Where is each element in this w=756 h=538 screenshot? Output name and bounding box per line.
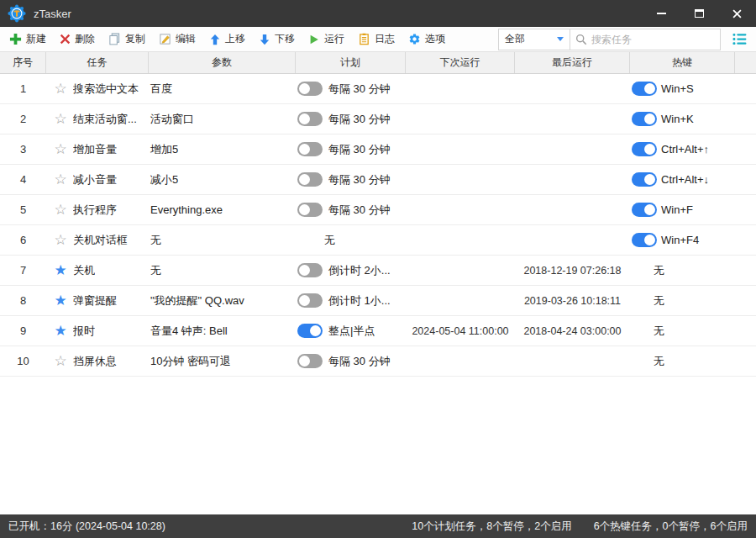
param-cell: "我的提醒" QQ.wav — [149, 286, 296, 315]
table-row[interactable]: 9 ★ 报时 音量4 钟声: Bell 整点|半点 2024-05-04 11:… — [0, 316, 756, 346]
delete-task-button[interactable]: 删除 — [53, 27, 102, 51]
table-row[interactable]: 6 ☆ 关机对话框 无 无 Win+F4 — [0, 225, 756, 256]
schedule-toggle[interactable] — [297, 203, 323, 217]
schedule-cell: 每隔 30 分钟 — [296, 134, 406, 164]
hotkey-toggle[interactable] — [632, 233, 657, 247]
star-icon[interactable]: ☆ — [53, 112, 68, 126]
delete-x-icon — [60, 34, 71, 45]
task-cell: ☆ 增加音量 — [46, 134, 149, 164]
hotkey-label: 无 — [654, 263, 664, 278]
schedule-label: 每隔 30 分钟 — [328, 142, 391, 157]
schedule-toggle[interactable] — [297, 354, 323, 368]
new-task-button[interactable]: 新建 — [3, 27, 53, 51]
star-icon[interactable]: ☆ — [53, 354, 68, 368]
star-icon[interactable]: ☆ — [53, 203, 68, 217]
hotkey-label: 无 — [654, 293, 664, 309]
table-row[interactable]: 3 ☆ 增加音量 增加5 每隔 30 分钟 Ctrl+Alt+↑ — [0, 134, 756, 165]
search-icon — [575, 34, 587, 45]
param-cell: 音量4 钟声: Bell — [149, 316, 296, 345]
filter-dropdown[interactable]: 全部 — [499, 29, 570, 50]
schedule-toggle[interactable] — [297, 172, 323, 187]
schedule-toggle[interactable] — [297, 82, 323, 96]
hotkey-cell: 无 — [630, 346, 735, 376]
hotkey-toggle[interactable] — [632, 142, 657, 156]
table-row[interactable]: 4 ☆ 减小音量 减小5 每隔 30 分钟 Ctrl+Alt+↓ — [0, 165, 756, 195]
star-icon[interactable]: ☆ — [53, 82, 68, 96]
next-run-cell — [406, 346, 515, 376]
chevron-down-icon — [557, 37, 564, 41]
move-up-button[interactable]: 上移 — [202, 27, 252, 51]
ztasker-window: zTasker 新建 删除 复制 — [0, 0, 756, 538]
table-row[interactable]: 1 ☆ 搜索选中文本 百度 每隔 30 分钟 Win+S — [0, 74, 756, 104]
col-header-task[interactable]: 任务 — [46, 52, 149, 73]
close-button[interactable] — [718, 0, 756, 27]
log-button[interactable]: 日志 — [351, 27, 402, 51]
maximize-button[interactable] — [680, 0, 718, 27]
schedule-label: 每隔 30 分钟 — [328, 172, 391, 187]
run-task-button[interactable]: 运行 — [302, 27, 351, 51]
schedule-toggle[interactable] — [297, 142, 323, 156]
col-header-hotkey[interactable]: 热键 — [630, 52, 735, 73]
schedule-toggle[interactable] — [297, 293, 323, 308]
move-down-button[interactable]: 下移 — [252, 27, 302, 51]
schedule-toggle[interactable] — [297, 112, 323, 126]
schedule-cell: 倒计时 1小... — [296, 286, 406, 315]
last-run-cell — [515, 195, 630, 224]
row-number: 9 — [0, 316, 46, 345]
arrow-down-icon — [259, 34, 270, 45]
plus-icon — [9, 33, 22, 45]
schedule-cell: 每隔 30 分钟 — [296, 165, 406, 194]
window-controls — [643, 0, 756, 27]
schedule-toggle[interactable] — [297, 324, 323, 338]
col-header-schedule[interactable]: 计划 — [296, 52, 406, 73]
next-run-cell — [406, 225, 515, 255]
last-run-cell: 2019-03-26 10:18:11 — [515, 286, 630, 315]
task-cell: ★ 弹窗提醒 — [46, 286, 149, 315]
task-cell: ☆ 执行程序 — [46, 195, 149, 224]
options-button[interactable]: 选项 — [402, 27, 452, 51]
hotkey-toggle[interactable] — [632, 112, 657, 126]
star-icon[interactable]: ★ — [53, 293, 68, 308]
table-row[interactable]: 7 ★ 关机 无 倒计时 2小... 2018-12-19 07:26:18 无 — [0, 256, 756, 286]
star-icon[interactable]: ★ — [53, 324, 68, 338]
schedule-toggle[interactable] — [297, 263, 323, 277]
table-row[interactable]: 10 ☆ 挡屏休息 10分钟 密码可退 每隔 30 分钟 无 — [0, 346, 756, 377]
log-label: 日志 — [375, 32, 395, 46]
hotkey-toggle[interactable] — [632, 203, 657, 217]
log-clipboard-icon — [358, 33, 370, 45]
param-cell: 无 — [149, 256, 296, 285]
table-row[interactable]: 5 ☆ 执行程序 Everything.exe 每隔 30 分钟 Win+F — [0, 195, 756, 225]
toolbar: 新建 删除 复制 编辑 上移 下移 — [0, 27, 756, 52]
table-row[interactable]: 2 ☆ 结束活动窗... 活动窗口 每隔 30 分钟 Win+K — [0, 104, 756, 134]
hotkey-cell: Ctrl+Alt+↓ — [630, 165, 735, 194]
row-stub — [735, 286, 756, 315]
table-body: 1 ☆ 搜索选中文本 百度 每隔 30 分钟 Win+S 2 ☆ 结束活动窗..… — [0, 74, 756, 377]
copy-task-label: 复制 — [125, 32, 145, 46]
search-input[interactable] — [591, 34, 715, 45]
col-header-last-run[interactable]: 最后运行 — [515, 52, 630, 73]
hotkey-label: Ctrl+Alt+↑ — [661, 143, 709, 156]
star-icon[interactable]: ☆ — [53, 233, 68, 247]
row-number: 5 — [0, 195, 46, 224]
schedule-label: 每隔 30 分钟 — [328, 203, 391, 218]
table-row[interactable]: 8 ★ 弹窗提醒 "我的提醒" QQ.wav 倒计时 1小... 2019-03… — [0, 286, 756, 316]
row-number: 8 — [0, 286, 46, 315]
gear-icon — [408, 33, 421, 45]
star-icon[interactable]: ☆ — [53, 172, 68, 187]
col-header-next-run[interactable]: 下次运行 — [406, 52, 515, 73]
minimize-button[interactable] — [643, 0, 680, 27]
hotkey-label: Ctrl+Alt+↓ — [661, 173, 709, 186]
hotkey-toggle[interactable] — [632, 172, 657, 187]
run-task-label: 运行 — [324, 32, 344, 46]
copy-task-button[interactable]: 复制 — [102, 27, 152, 51]
view-mode-button[interactable] — [728, 29, 750, 50]
star-icon[interactable]: ★ — [53, 263, 68, 277]
list-icon — [732, 33, 747, 45]
col-header-params[interactable]: 参数 — [149, 52, 296, 73]
hotkey-label: 无 — [654, 354, 664, 369]
star-icon[interactable]: ☆ — [53, 142, 68, 156]
edit-task-button[interactable]: 编辑 — [152, 27, 202, 51]
col-header-number[interactable]: 序号 — [0, 52, 46, 73]
last-run-cell: 2018-04-24 03:00:00 — [515, 316, 630, 345]
hotkey-toggle[interactable] — [632, 82, 657, 96]
